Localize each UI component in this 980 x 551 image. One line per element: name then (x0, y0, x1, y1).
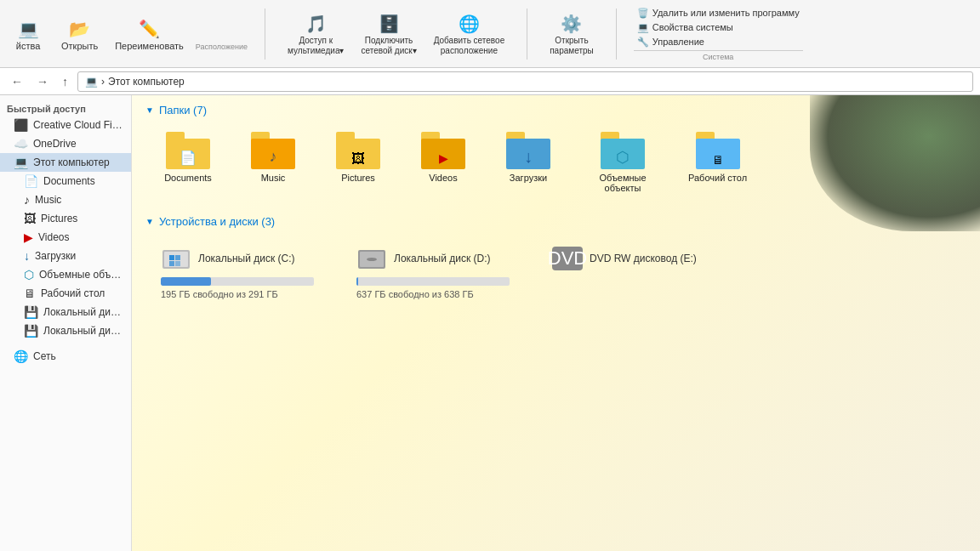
open-params-button[interactable]: ⚙️ Открытьпараметры (544, 10, 599, 58)
address-path[interactable]: 💻 › Этот компьютер (77, 71, 973, 92)
sidebar-item-onedrive[interactable]: ☁️ OneDrive (0, 134, 131, 153)
drive-c-bar (161, 277, 211, 286)
sidebar-item-creative-cloud-label: Creative Cloud Fil… (33, 119, 124, 131)
system-props-icon: 💻 (637, 22, 649, 33)
drives-grid: Локальный диск (C:) 195 ГБ свободно из 2… (145, 238, 966, 304)
multimedia-icon: 🎵 (304, 12, 328, 36)
drives-section-header[interactable]: Устройства и диски (3) (145, 215, 966, 228)
open-button[interactable]: 📂 Открыть (56, 15, 103, 53)
folder-pictures[interactable]: Pictures (324, 127, 392, 198)
drives-section-label: Устройства и диски (3) (159, 215, 275, 228)
folder-videos-icon (421, 132, 465, 169)
delete-program-button[interactable]: 🗑️ Удалить или изменить программу (634, 7, 803, 20)
system-props-label: Свойства системы (652, 22, 733, 32)
sidebar-item-videos[interactable]: ▶ Videos (0, 228, 131, 247)
folder-objects3d-label: Объемные объекты (584, 173, 661, 193)
rename-button[interactable]: ✏️ Переименовать (110, 15, 189, 53)
sidebar-item-documents-label: Documents (43, 175, 95, 187)
folder-objects3d-icon (601, 132, 645, 169)
folder-documents[interactable]: Documents (154, 127, 222, 198)
drive-d-header: Локальный диск (D:) (356, 243, 491, 274)
drive-d-bar (356, 277, 358, 286)
add-network-icon: 🌐 (457, 12, 481, 36)
sidebar-item-this-pc[interactable]: 💻 Этот компьютер (0, 153, 131, 172)
network-drive-button[interactable]: 🗄️ Подключитьсетевой диск▾ (356, 10, 421, 58)
svg-rect-4 (169, 261, 174, 266)
music-icon: ♪ (24, 193, 30, 207)
folder-desktop[interactable]: Рабочий стол (683, 127, 752, 198)
drive-c-info: Локальный диск (C:) (198, 253, 295, 264)
sidebar-item-videos-label: Videos (38, 231, 69, 243)
multimedia-button[interactable]: 🎵 Доступ кмультимедиа▾ (282, 10, 349, 58)
quick-access-label[interactable]: Быстрый доступ (0, 102, 131, 116)
folders-section-header[interactable]: Папки (7) (145, 104, 966, 116)
address-bar: ← → ↑ 💻 › Этот компьютер (0, 68, 980, 95)
forward-button[interactable]: → (32, 73, 53, 90)
svg-point-8 (367, 258, 377, 261)
system-props-button[interactable]: 💻 Свойства системы (634, 21, 803, 34)
drive-d-name: Локальный диск (D:) (394, 253, 491, 264)
drive-c-icon (161, 243, 191, 274)
drive-c-bar-container (161, 277, 314, 286)
network-drive-icon: 🗄️ (377, 12, 401, 36)
svg-rect-2 (169, 255, 174, 260)
drive-c-space: 195 ГБ свободно из 291 ГБ (161, 289, 278, 299)
local-c-icon: 💾 (24, 305, 38, 319)
toolbar-system-group: 🗑️ Удалить или изменить программу 💻 Свой… (634, 7, 803, 61)
drive-d-icon (356, 243, 387, 274)
sidebar-item-objects3d-label: Объемные объе… (39, 269, 124, 281)
svg-rect-3 (175, 255, 180, 260)
sidebar-item-desktop-label: Рабочий стол (41, 287, 105, 299)
folders-section-label: Папки (7) (159, 104, 207, 116)
drive-e-item[interactable]: DVD DVD RW дисковод (E:) (545, 238, 715, 304)
drive-c-name: Локальный диск (C:) (198, 253, 295, 264)
sidebar-item-desktop[interactable]: 🖥 Рабочий стол (0, 284, 131, 303)
sidebar: Быстрый доступ ⬛ Creative Cloud Fil… ☁️ … (0, 95, 132, 551)
up-button[interactable]: ↑ (58, 73, 72, 90)
folder-downloads[interactable]: Загрузки (494, 127, 562, 198)
open-label: Открыть (61, 41, 98, 51)
folder-videos-label: Videos (429, 173, 457, 183)
manage-button[interactable]: 🔧 Управление (634, 36, 803, 48)
sidebar-item-downloads-label: Загрузки (35, 250, 76, 262)
main-layout: Быстрый доступ ⬛ Creative Cloud Fil… ☁️ … (0, 95, 980, 551)
folder-documents-label: Documents (164, 173, 212, 183)
sidebar-item-documents[interactable]: 📄 Documents (0, 172, 131, 190)
sidebar-item-objects3d[interactable]: ⬡ Объемные объе… (0, 265, 131, 284)
devices-label: йства (16, 41, 41, 51)
location-group-label: Расположение (196, 43, 248, 53)
delete-program-label: Удалить или изменить программу (652, 8, 800, 18)
add-network-button[interactable]: 🌐 Добавить сетевоерасположение (429, 10, 510, 58)
drive-e-icon: DVD (552, 243, 583, 274)
system-group-label: Система (634, 50, 803, 61)
sidebar-item-network[interactable]: 🌐 Сеть (0, 347, 131, 366)
sidebar-item-local-d-label: Локальный дис… (43, 325, 124, 337)
sidebar-item-downloads[interactable]: ↓ Загрузки (0, 247, 131, 265)
folder-videos[interactable]: Videos (409, 127, 477, 198)
separator-2 (527, 9, 527, 60)
sidebar-item-local-d[interactable]: 💾 Локальный дис… (0, 321, 131, 340)
drive-e-info: DVD RW дисковод (E:) (590, 253, 697, 264)
open-params-label: Открытьпараметры (550, 36, 594, 56)
open-params-icon: ⚙️ (560, 12, 584, 36)
toolbar-location-group: 💻 йства 📂 Открыть ✏️ Переименовать Распо… (7, 15, 248, 53)
rename-icon: ✏️ (138, 17, 162, 41)
drive-c-item[interactable]: Локальный диск (C:) 195 ГБ свободно из 2… (154, 238, 324, 304)
folder-music[interactable]: Music (239, 127, 307, 198)
folder-documents-icon (166, 132, 210, 169)
devices-button[interactable]: 💻 йства (7, 15, 49, 53)
pictures-icon: 🖼 (24, 212, 36, 225)
sidebar-item-creative-cloud[interactable]: ⬛ Creative Cloud Fil… (0, 116, 131, 134)
videos-icon: ▶ (24, 230, 33, 244)
path-separator: › (101, 76, 105, 88)
devices-icon: 💻 (16, 17, 40, 41)
sidebar-item-local-c[interactable]: 💾 Локальный дис… (0, 303, 131, 321)
network-icon: 🌐 (14, 349, 28, 363)
back-button[interactable]: ← (7, 73, 27, 90)
folder-objects3d[interactable]: Объемные объекты (579, 127, 666, 198)
sidebar-item-music[interactable]: ♪ Music (0, 190, 131, 209)
drive-e-name: DVD RW дисковод (E:) (590, 253, 697, 264)
sidebar-item-this-pc-label: Этот компьютер (33, 156, 110, 168)
drive-d-item[interactable]: Локальный диск (D:) 637 ГБ свободно из 6… (350, 238, 520, 304)
sidebar-item-pictures[interactable]: 🖼 Pictures (0, 209, 131, 228)
